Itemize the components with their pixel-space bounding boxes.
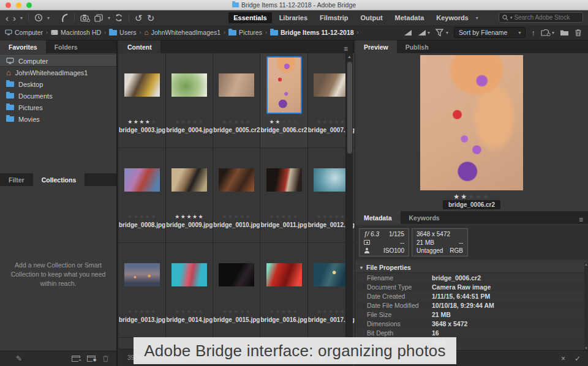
open-in-camera-raw-icon[interactable] [541,29,551,36]
star-rating[interactable]: ★★★★★ [175,307,204,314]
trash-icon[interactable] [575,29,582,37]
search-scope-chevron-icon[interactable]: ▾ [510,15,513,20]
favorites-item-movies[interactable]: Movies [0,113,116,125]
return-to-photoshop-boomerang-icon[interactable] [61,13,69,22]
apply-metadata-icon[interactable]: ✓ [575,354,581,363]
depth-value: -- [459,239,463,246]
filter-chevron-down-icon[interactable]: ▾ [446,30,448,35]
computer-icon [6,58,14,64]
star-rating[interactable]: ★★★★★ [127,212,157,219]
file-thumbnail[interactable]: ★★★★★ bridge_0009.jpg [166,148,213,243]
breadcrumb-item-user-home[interactable]: ⌂ JohnWhiteheadImages1 [144,29,221,36]
metadata-placard: ƒ/ 6.31/125 -- ISO100 3648 x 5472 21 MB-… [355,225,588,260]
favorites-item-user-home[interactable]: ⌂ JohnWhiteheadImages1 [0,67,116,78]
preview-image[interactable] [420,55,523,190]
thumbnail-image [172,263,207,286]
star-rating[interactable]: ★★★★★ [222,307,251,314]
tab-content[interactable]: Content [119,40,160,53]
scrollbar-thumb[interactable] [347,62,352,154]
file-thumbnail[interactable]: ★★★★★ bridge_0003.jpg [119,53,166,148]
content-panel-menu-icon[interactable]: ≡ [344,45,348,53]
file-thumbnail[interactable]: ★★★★★ bridge_0015.jpg [213,243,260,338]
metadata-panel-menu-icon[interactable]: ≡ [579,215,583,224]
tab-collections[interactable]: Collections [33,173,85,186]
star-rating[interactable]: ★★★★★ [222,212,251,219]
back-button[interactable]: ‹ [6,13,9,23]
breadcrumb-item-current-folder[interactable]: Bridge Items 11-12-2018 [270,29,354,36]
favorites-item-documents[interactable]: Documents [0,90,116,102]
new-folder-icon[interactable] [560,29,569,36]
thumbnail-quality-icon[interactable] [404,29,412,36]
favorites-item-desktop[interactable]: Desktop [0,78,116,90]
workspace-tab-metadata[interactable]: Metadata [390,12,429,23]
breadcrumb-item-macintosh-hd[interactable]: Macintosh HD [51,29,101,36]
star-rating[interactable]: ★★★★★ [270,117,299,124]
recent-files-clock-icon[interactable] [34,13,43,22]
workspace-tab-essentials[interactable]: Essentials [228,12,271,23]
filter-funnel-icon[interactable] [435,29,444,37]
breadcrumb-item-users[interactable]: Users [109,29,136,36]
rotate-left-icon[interactable]: ↺ [135,13,143,23]
star-rating[interactable]: ★★★★★ [127,307,157,314]
sync-refresh-icon[interactable] [115,13,123,22]
cancel-metadata-icon[interactable]: × [561,354,565,363]
file-thumbnail[interactable]: ★★★★★ bridge_0011.jpg [260,148,307,243]
sort-ascending-arrow-icon[interactable]: ↑ [531,29,535,37]
file-thumbnail[interactable]: ★★★★★ bridge_0005.cr2 [213,53,260,148]
tab-filter[interactable]: Filter [0,173,33,186]
breadcrumb-item-pictures[interactable]: Pictures [228,29,262,36]
content-scrollbar[interactable]: ▲ [345,53,353,349]
tab-favorites[interactable]: Favorites [0,40,46,53]
delete-collection-trash-icon[interactable] [102,355,109,362]
file-thumbnail[interactable]: ★★★★★ bridge_0014.jpg [166,243,213,338]
forward-button[interactable]: › [13,13,16,23]
scroll-up-icon[interactable]: ▲ [346,53,353,59]
quality-chevron-down-icon[interactable]: ▾ [428,30,430,35]
file-thumbnail[interactable]: ★★★★★ bridge_0013.jpg [119,243,166,338]
camera-raw-chevron-down-icon[interactable]: ▾ [552,30,554,35]
tab-preview[interactable]: Preview [355,40,397,53]
workspace-tab-filmstrip[interactable]: Filmstrip [315,12,353,23]
tab-metadata[interactable]: Metadata [355,211,401,224]
sort-dropdown[interactable]: Sort by Filename ▾ [454,27,526,38]
tab-publish[interactable]: Publish [397,40,437,53]
tab-folders[interactable]: Folders [46,40,86,53]
file-thumbnail[interactable]: ★★★★★ bridge_0008.jpg [119,148,166,243]
batch-chevron-down-icon[interactable]: ▾ [108,15,110,21]
recent-chevron-down-icon[interactable]: ▾ [47,15,50,21]
file-thumbnail[interactable]: ★★★★★ bridge_0016.jpg [260,243,307,338]
rotate-right-icon[interactable]: ↻ [147,13,155,23]
preview-quality-icon[interactable] [418,29,426,36]
favorites-item-pictures[interactable]: Pictures [0,102,116,113]
workspace-overflow-chevron-icon[interactable]: ▾ [476,15,478,21]
file-thumbnail-selected[interactable]: ★★★★★ bridge_0006.cr2 [260,53,307,148]
get-photos-from-camera-icon[interactable] [80,14,90,22]
star-rating[interactable]: ★★★★★ [222,117,251,124]
search-input[interactable]: ▾ Search Adobe Stock [499,12,583,23]
nav-chevron-down-icon[interactable]: ▾ [20,15,23,21]
star-rating[interactable]: ★★★★★ [175,212,204,219]
file-thumbnail[interactable]: ★★★★★ bridge_0010.jpg [213,148,260,243]
scroll-up-icon[interactable]: ▲ [584,263,588,266]
star-rating[interactable]: ★★★★★ [317,117,346,124]
star-rating[interactable]: ★★★★★ [317,212,346,219]
workspace-tab-libraries[interactable]: Libraries [274,12,312,23]
star-rating[interactable]: ★★★★★ [270,212,299,219]
star-rating[interactable]: ★★★★★ [317,307,346,314]
file-thumbnail[interactable]: ★★★★★ bridge_0004.jpg [166,53,213,148]
tab-keywords[interactable]: Keywords [401,211,448,224]
star-rating[interactable]: ★★★★★ [127,117,157,124]
edit-pencil-icon[interactable]: ✎ [0,354,22,363]
breadcrumb-item-computer[interactable]: Computer [5,29,43,36]
favorites-item-computer[interactable]: Computer [0,55,116,67]
workspace-tab-keywords[interactable]: Keywords [431,12,473,23]
preview-star-rating[interactable]: ★★★★★ [453,192,489,200]
star-rating[interactable]: ★★★★★ [270,307,299,314]
file-properties-header[interactable]: ▾ File Properties [355,263,584,273]
metadata-scrollbar[interactable]: ▲ ▼ [584,263,588,350]
new-collection-icon[interactable]: + [72,356,80,362]
star-rating[interactable]: ★★★★★ [175,117,204,124]
workspace-tab-output[interactable]: Output [356,12,388,23]
new-smart-collection-icon[interactable]: ✹ [87,356,96,362]
batch-rename-icon[interactable] [94,14,104,22]
